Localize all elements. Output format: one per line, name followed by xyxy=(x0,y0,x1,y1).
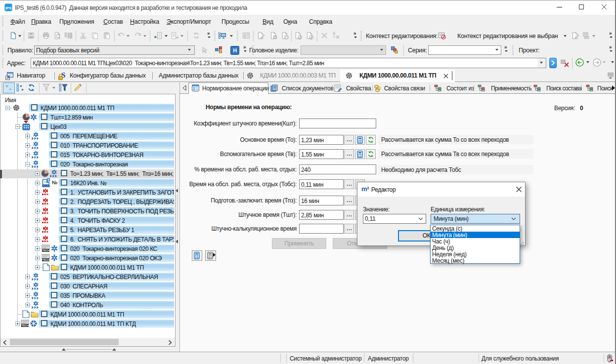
svg-text:IPS: IPS xyxy=(5,6,12,10)
svg-text:TECH: TECH xyxy=(43,258,49,261)
svg-text:TECH: TECH xyxy=(22,324,29,327)
svg-text:H: H xyxy=(233,47,237,53)
svg-text:TECH: TECH xyxy=(43,249,49,252)
